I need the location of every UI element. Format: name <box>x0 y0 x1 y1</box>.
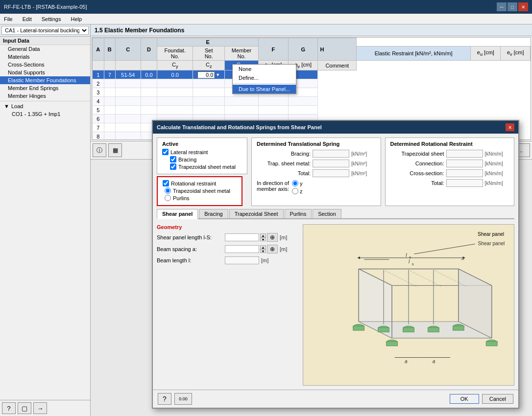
dialog-close-button[interactable]: ✕ <box>506 123 514 131</box>
table-row[interactable]: 1 7 51-54 0.0 0.0 ▼ 0.00 0.00 <box>93 70 531 79</box>
dialog-top-section: Active Lateral restraint Bracing Trapezo… <box>157 138 514 206</box>
th-b: B <box>104 38 116 61</box>
beam-spacing-label: Beam spacing a: <box>157 246 223 252</box>
table-row[interactable]: 4 <box>93 97 531 106</box>
trap-sheet-metal-radio[interactable]: Trapezoidal sheet metal <box>163 187 237 194</box>
dropdown-item-shear-panel[interactable]: Due to Shear Panel... <box>233 85 296 93</box>
maximize-button[interactable]: □ <box>508 2 517 11</box>
direction-section: In direction ofmember axis: y z <box>257 180 376 194</box>
rotational-restraint-checkbox[interactable]: Rotational restraint <box>163 180 237 186</box>
table-row[interactable]: 3 <box>93 88 531 97</box>
content-header: 1.5 Elastic Member Foundations <box>91 24 532 36</box>
trap-sheet-radio-input[interactable] <box>165 187 171 194</box>
menu-file[interactable]: File <box>2 16 15 23</box>
shear-panel-down-btn[interactable]: ▼ <box>260 237 266 241</box>
trap-spring-unit: [kN/m²] <box>351 161 367 166</box>
beam-spacing-up-btn[interactable]: ▲ <box>260 245 266 249</box>
total-spring-unit: [kN/m²] <box>351 171 367 176</box>
dialog-help-button[interactable]: ? <box>158 393 171 405</box>
dropdown-item-none[interactable]: None <box>233 65 296 73</box>
beam-spacing-input[interactable]: 0.000 <box>225 245 259 253</box>
rotational-restraint-panel: Determined Rotational Restraint Trapezoi… <box>385 138 515 206</box>
footer-left: ? 0.00 <box>158 393 192 405</box>
purlins-radio[interactable]: Purlins <box>163 195 237 201</box>
cell-row1-set: 7 <box>104 70 116 79</box>
dialog-cancel-button[interactable]: Cancel <box>482 394 513 404</box>
table-button[interactable]: ▦ <box>108 143 122 157</box>
close-button[interactable]: ✕ <box>518 2 528 11</box>
tab-trapezoidal-sheet[interactable]: Trapezoidal Sheet <box>229 209 284 218</box>
sidebar-item-member-end-springs[interactable]: Member End Springs <box>0 84 90 92</box>
sidebar-export-button[interactable]: → <box>33 402 47 414</box>
menu-edit[interactable]: Edit <box>21 16 34 23</box>
sidebar-item-load[interactable]: ▼ Load <box>0 102 90 110</box>
svg-rect-26 <box>403 327 414 332</box>
svg-rect-34 <box>486 342 497 346</box>
rotational-restraint-input[interactable] <box>163 180 169 186</box>
structural-diagram-svg: Shear panel l s <box>303 225 514 385</box>
bracing-spring-input[interactable] <box>313 150 349 158</box>
sidebar-item-general-data[interactable]: General Data <box>0 45 90 53</box>
trap-restraint-input[interactable] <box>446 150 483 158</box>
trap-spring-input[interactable] <box>313 160 349 167</box>
tab-shear-panel[interactable]: Shear panel <box>157 209 198 219</box>
cross-section-input[interactable]: 66.3 <box>446 169 483 177</box>
beam-spacing-down-btn[interactable]: ▼ <box>260 249 266 253</box>
sidebar-item-member-hinges[interactable]: Member Hinges <box>0 92 90 100</box>
svg-rect-30 <box>453 326 464 330</box>
beam-spacing-picker-btn[interactable]: ⊕ <box>267 245 278 254</box>
info-button[interactable]: ⓘ <box>93 143 106 157</box>
bracing-input[interactable] <box>170 156 176 162</box>
dialog-ok-button[interactable]: OK <box>450 394 479 404</box>
geometry-title: Geometry <box>157 224 299 230</box>
shear-panel-length-input[interactable]: 0.000 <box>225 233 259 241</box>
menu-help[interactable]: Help <box>69 16 84 23</box>
dialog-container: Calculate Translational and Rotational S… <box>152 120 519 409</box>
tab-purlins[interactable]: Purlins <box>285 209 312 218</box>
shear-panel-picker-btn[interactable]: ⊕ <box>267 233 278 242</box>
trapezoidal-checkbox[interactable]: Trapezoidal sheet metal <box>162 163 242 170</box>
menu-settings[interactable]: Settings <box>40 16 63 23</box>
trap-restraint-row: Trapezoidal sheet [kNm/m] <box>390 150 509 158</box>
th-comment: Comment <box>318 61 357 70</box>
connection-input[interactable]: 0.0 <box>446 160 483 167</box>
sidebar-item-elastic-member-foundations[interactable]: Elastic Member Foundations <box>0 76 90 84</box>
cross-section-label: Cross-section: <box>390 170 444 176</box>
cell-row1-cex[interactable]: ▼ <box>193 70 225 79</box>
beam-length-label: Beam length l: <box>157 257 223 263</box>
shear-panel-up-btn[interactable]: ▲ <box>260 233 266 237</box>
sidebar-item-nodal-supports[interactable]: Nodal Supports <box>0 69 90 76</box>
tab-section[interactable]: Section <box>313 209 341 218</box>
trapezoidal-input[interactable] <box>170 163 176 170</box>
lateral-restraint-checkbox[interactable]: Lateral restraint <box>162 149 242 155</box>
direction-y-label[interactable]: y <box>292 180 303 186</box>
shear-panel-length-label: Shear panel length l-S: <box>157 234 223 240</box>
direction-z-radio[interactable] <box>292 188 298 194</box>
th-sub-c <box>116 61 141 70</box>
purlins-radio-input[interactable] <box>165 195 171 201</box>
sidebar-item-materials[interactable]: Materials <box>0 53 90 61</box>
direction-y-radio[interactable] <box>292 180 298 186</box>
table-row[interactable]: 2 <box>93 79 531 88</box>
cex-input[interactable] <box>197 71 215 78</box>
total-restraint-input[interactable]: 66.3 <box>446 179 483 187</box>
minimize-button[interactable]: ─ <box>497 2 507 11</box>
trap-restraint-label: Trapezoidal sheet <box>390 151 444 157</box>
sidebar-view-button[interactable]: ▢ <box>18 402 31 414</box>
lateral-restraint-input[interactable] <box>162 149 169 155</box>
cross-section-row: Cross-section: 66.3 [kNm/m] <box>390 169 509 177</box>
sidebar-item-cross-sections[interactable]: Cross-Sections <box>0 61 90 69</box>
sidebar-help-button[interactable]: ? <box>2 402 16 414</box>
beam-length-input[interactable]: 19.886 <box>225 256 259 264</box>
cross-section-unit: [kNm/m] <box>485 171 503 176</box>
total-spring-input[interactable] <box>313 169 349 177</box>
tab-bracing[interactable]: Bracing <box>199 209 228 218</box>
geometry-section: Geometry Shear panel length l-S: 0.000 ▲… <box>157 224 514 386</box>
dialog-value-button[interactable]: 0.00 <box>174 393 192 405</box>
direction-z-label[interactable]: z <box>292 188 303 194</box>
sidebar-item-co1[interactable]: CO1 - 1.35G + Imp1 <box>0 110 90 118</box>
bracing-checkbox[interactable]: Bracing <box>162 156 242 162</box>
ca-dropdown[interactable]: CA1 - Lateral-torsional buckling <box>1 26 89 35</box>
table-row[interactable]: 5 <box>93 106 531 115</box>
dropdown-item-define[interactable]: Define... <box>233 73 296 82</box>
